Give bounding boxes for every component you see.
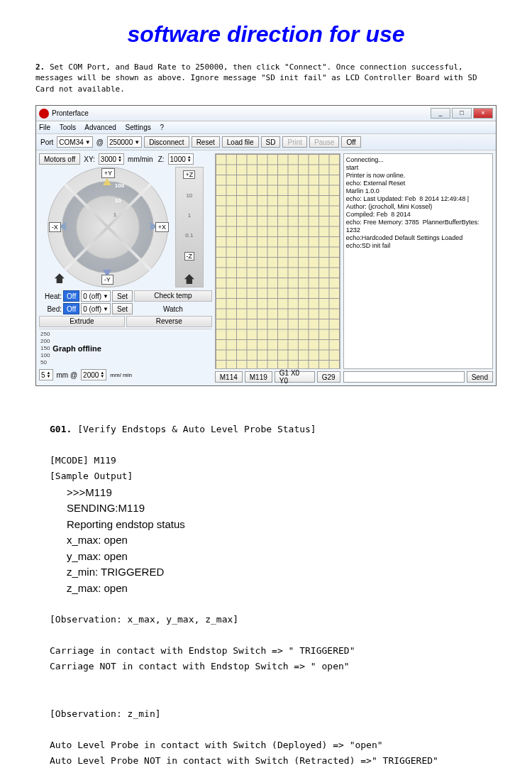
reset-button[interactable]: Reset bbox=[192, 136, 220, 148]
instruction-text: 2. Set COM Port, and Baud Rate to 250000… bbox=[0, 62, 532, 102]
menubar: File Tools Advanced Settings ? bbox=[36, 121, 496, 134]
macro-g1[interactable]: G1 X0 Y0 bbox=[275, 371, 315, 383]
jog-minus-z[interactable]: -Z bbox=[184, 252, 195, 260]
off-button[interactable]: Off bbox=[341, 136, 360, 148]
macro-m119[interactable]: M119 bbox=[245, 371, 272, 383]
menu-tools[interactable]: Tools bbox=[60, 124, 76, 131]
sd-button[interactable]: SD bbox=[261, 136, 281, 148]
pronterface-window: Pronterface _ □ × File Tools Advanced Se… bbox=[35, 105, 497, 386]
window-title: Pronterface bbox=[52, 109, 429, 117]
xy-label: XY: bbox=[82, 155, 96, 163]
xy-speed-input[interactable]: 3000▲▼ bbox=[99, 153, 124, 165]
jog-minus-x[interactable]: -X bbox=[49, 222, 61, 232]
left-column: Motors off XY: 3000▲▼ mm/min Z: 1000▲▼ 1… bbox=[39, 153, 212, 383]
obs1-line1: Carriage in contact with Endstop Switch … bbox=[50, 643, 482, 659]
extrude-speed-input[interactable]: 2000▲▼ bbox=[81, 369, 106, 380]
bed-set-button[interactable]: Set bbox=[112, 303, 133, 314]
heat-label: Heat: bbox=[39, 292, 62, 300]
motors-off-button[interactable]: Motors off bbox=[39, 153, 80, 165]
port-select[interactable]: COM34▼ bbox=[57, 136, 92, 148]
heat-set-button[interactable]: Set bbox=[112, 290, 133, 302]
ring-10: 10 bbox=[115, 197, 121, 204]
console-column: Connecting... start Printer is now onlin… bbox=[343, 153, 493, 383]
send-button[interactable]: Send bbox=[467, 371, 493, 383]
z-label: Z: bbox=[157, 155, 166, 163]
disconnect-button[interactable]: Disconnect bbox=[144, 136, 189, 148]
sample-line: [Sample Output] bbox=[50, 468, 482, 484]
titlebar: Pronterface _ □ × bbox=[36, 106, 496, 121]
mcode-line: [MCODE] M119 bbox=[50, 453, 482, 468]
jog-plus-z[interactable]: +Z bbox=[183, 170, 195, 179]
console-output[interactable]: Connecting... start Printer is now onlin… bbox=[343, 153, 493, 369]
step-number: 2. bbox=[35, 62, 45, 72]
instruction-body: Set COM Port, and Baud Rate to 250000, t… bbox=[35, 62, 477, 94]
extrude-length-input[interactable]: 5▲▼ bbox=[39, 369, 53, 380]
menu-file[interactable]: File bbox=[39, 124, 50, 131]
preview-column: M114 M119 G1 X0 Y0 G29 bbox=[215, 153, 340, 383]
bed-toggle[interactable]: Off bbox=[63, 303, 79, 314]
obs2-title: [Observation: z_min] bbox=[50, 706, 482, 722]
bed-temp-select[interactable]: 0 (off)▼ bbox=[81, 303, 111, 314]
ring-1: 1 bbox=[113, 212, 116, 218]
page-title: software direction for use bbox=[0, 0, 532, 62]
at-label: @ bbox=[95, 138, 105, 146]
print-button[interactable]: Print bbox=[282, 136, 307, 148]
g01-label: G01. bbox=[50, 424, 72, 434]
sample-output: >>>M119 SENDING:M119 Reporting endstop s… bbox=[67, 485, 482, 597]
graph-offline-label: Graph offline bbox=[52, 344, 101, 353]
z-jog-column[interactable]: +Z 10 1 0.1 -Z bbox=[175, 167, 204, 287]
build-plate-grid[interactable] bbox=[215, 153, 340, 369]
doc-section: G01. [Verify Endstops & Auto Level Probe… bbox=[0, 407, 532, 768]
watch-label: Watch bbox=[134, 305, 212, 313]
home-z-icon[interactable] bbox=[184, 274, 194, 284]
ring-100: 100 bbox=[115, 182, 124, 189]
close-button[interactable]: × bbox=[473, 108, 493, 119]
pause-button[interactable]: Pause bbox=[309, 136, 339, 148]
bed-label: Bed: bbox=[39, 305, 62, 313]
macro-m114[interactable]: M114 bbox=[215, 371, 243, 383]
toolbar: Port COM34▼ @ 250000▼ Disconnect Reset L… bbox=[36, 134, 496, 150]
heat-temp-select[interactable]: 0 (off)▼ bbox=[81, 290, 111, 302]
obs2-line1: Auto Level Probe in contact with Switch … bbox=[50, 737, 482, 753]
menu-advanced[interactable]: Advanced bbox=[84, 124, 116, 131]
jog-up-icon[interactable] bbox=[103, 178, 111, 185]
g01-title: [Verify Endstops & Auto Level Probe Stat… bbox=[77, 424, 316, 434]
mmmin-label: mm/min bbox=[126, 155, 155, 163]
app-icon bbox=[39, 109, 49, 119]
jog-minus-y[interactable]: -Y bbox=[101, 275, 113, 285]
command-input[interactable] bbox=[343, 371, 465, 383]
heat-toggle[interactable]: Off bbox=[63, 290, 79, 302]
maximize-button[interactable]: □ bbox=[452, 108, 472, 119]
minimize-button[interactable]: _ bbox=[431, 108, 450, 119]
home-xy-icon[interactable] bbox=[55, 273, 65, 283]
reverse-button[interactable]: Reverse bbox=[126, 316, 212, 327]
obs1-line2: Carriage NOT in contact with Endstop Swi… bbox=[50, 659, 482, 674]
jog-control[interactable]: 100 10 1 +Y -Y -X +X +Z 10 1 0.1 -Z bbox=[48, 167, 204, 287]
baud-select[interactable]: 250000▼ bbox=[107, 136, 142, 148]
jog-plus-y[interactable]: +Y bbox=[101, 168, 115, 178]
port-label: Port bbox=[39, 138, 55, 146]
loadfile-button[interactable]: Load file bbox=[222, 136, 259, 148]
menu-help[interactable]: ? bbox=[160, 124, 165, 131]
menu-settings[interactable]: Settings bbox=[126, 124, 151, 131]
macro-g29[interactable]: G29 bbox=[317, 371, 340, 383]
extrude-button[interactable]: Extrude bbox=[39, 316, 125, 327]
check-temp-button[interactable]: Check temp bbox=[134, 290, 212, 302]
obs1-title: [Observation: x_max, y_max, z_max] bbox=[50, 612, 482, 627]
jog-plus-x[interactable]: +X bbox=[155, 222, 169, 232]
obs2-line2: Auto Level Probe NOT in contact with Swi… bbox=[50, 753, 482, 768]
z-speed-input[interactable]: 1000▲▼ bbox=[168, 153, 194, 165]
